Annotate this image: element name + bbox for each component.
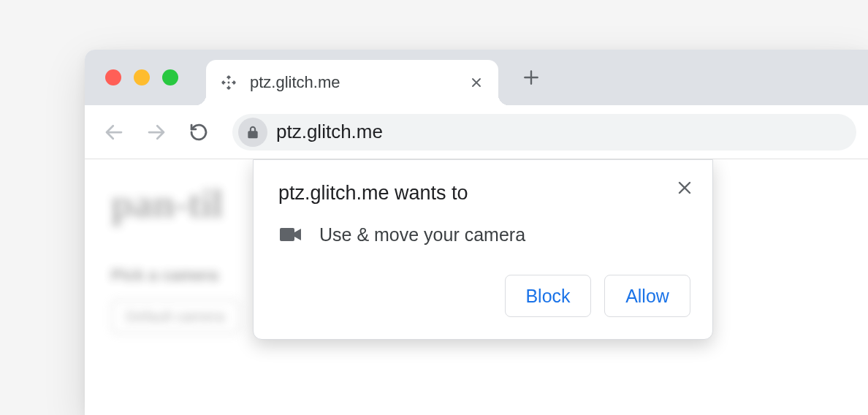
maximize-window-button[interactable] xyxy=(162,69,178,85)
close-button[interactable] xyxy=(673,176,696,199)
popup-title: ptz.glitch.me wants to xyxy=(278,182,690,205)
lock-icon[interactable] xyxy=(238,118,267,147)
close-tab-button[interactable] xyxy=(468,74,485,91)
permission-text: Use & move your camera xyxy=(319,224,525,245)
camera-icon xyxy=(280,224,302,245)
back-button[interactable] xyxy=(96,115,132,150)
browser-window: ptz.glitch.me xyxy=(85,50,868,415)
block-button[interactable]: Block xyxy=(505,275,591,317)
svg-rect-1 xyxy=(280,228,294,241)
close-window-button[interactable] xyxy=(105,69,121,85)
allow-button[interactable]: Allow xyxy=(604,275,690,317)
address-bar[interactable]: ptz.glitch.me xyxy=(232,114,856,151)
content-area: pan-til Pick a camera Default camera ptz… xyxy=(85,159,868,415)
svg-point-0 xyxy=(228,82,230,84)
permission-row: Use & move your camera xyxy=(278,224,690,245)
browser-tab[interactable]: ptz.glitch.me xyxy=(206,60,498,105)
reload-button[interactable] xyxy=(181,115,216,150)
minimize-window-button[interactable] xyxy=(134,69,150,85)
camera-select[interactable]: Default camera xyxy=(111,300,240,334)
permission-prompt: ptz.glitch.me wants to Use & move your c… xyxy=(253,159,713,340)
tab-title: ptz.glitch.me xyxy=(250,73,456,92)
toolbar: ptz.glitch.me xyxy=(85,105,868,159)
tab-bar: ptz.glitch.me xyxy=(85,50,868,105)
forward-button[interactable] xyxy=(139,115,174,150)
window-controls xyxy=(85,69,178,85)
address-url: ptz.glitch.me xyxy=(276,121,383,143)
new-tab-button[interactable] xyxy=(516,62,547,93)
popup-buttons: Block Allow xyxy=(278,275,690,317)
move-icon xyxy=(219,73,238,92)
